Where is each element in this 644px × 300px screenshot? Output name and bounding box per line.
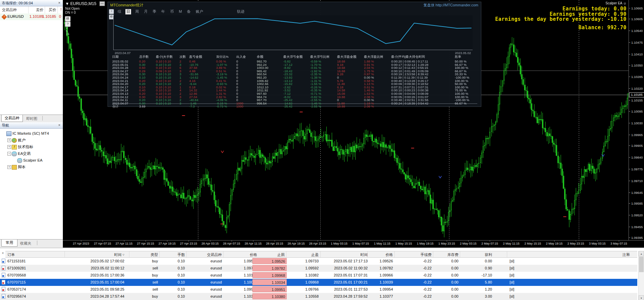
time-tick-label: 1 May 23:15 bbox=[438, 242, 455, 245]
order-row-670295674[interactable]: 6702956742023.04.28 17:57:44buy0.10eurus… bbox=[0, 293, 637, 300]
navigator-titlebar[interactable]: 导航 × bbox=[0, 122, 63, 129]
orders-header-type[interactable]: 类型 bbox=[132, 252, 158, 257]
time-tick-mark bbox=[382, 241, 383, 242]
tree-item-label: Scalper EA bbox=[23, 157, 43, 163]
market-watch-titlebar[interactable]: 市场报价: 09:06:04 × bbox=[0, 0, 63, 6]
order-row-670537174[interactable]: 6705371742023.05.01 09:58:25sell0.10euru… bbox=[0, 286, 637, 293]
orders-header-swap[interactable]: 库存费 bbox=[436, 252, 458, 257]
tree-item-账户[interactable]: +账户 bbox=[0, 137, 63, 143]
orders-header-close_time[interactable]: 时间 bbox=[323, 252, 368, 257]
time-axis[interactable]: 27 Apr 202327 Apr 07:1527 Apr 11:1527 Ap… bbox=[63, 240, 644, 247]
tree-item-IC Markets (SC) MT4[interactable]: IC Markets (SC) MT4 bbox=[0, 130, 63, 136]
menu-item-年[interactable]: 年 bbox=[160, 9, 166, 14]
order-profit: 0.00 bbox=[462, 259, 492, 263]
orders-header-sl[interactable]: 止损 bbox=[254, 252, 285, 257]
stop-loss-cell: 1.10034 bbox=[252, 279, 287, 285]
menu-item-日[interactable]: 日 bbox=[125, 9, 131, 14]
menu-item-账户[interactable]: 账户 bbox=[195, 9, 204, 14]
navigator-tree: IC Markets (SC) MT4+账户+f技术指标−EA交易Scalper… bbox=[0, 129, 63, 239]
chart-status-line2: DN = 0 bbox=[65, 11, 76, 14]
tree-item-技术指标[interactable]: +f技术指标 bbox=[0, 144, 63, 150]
menu-item-季[interactable]: 季 bbox=[152, 9, 157, 14]
menu-item-轨迹[interactable]: 轨迹 bbox=[236, 9, 245, 14]
order-profit: -17.10 bbox=[462, 273, 492, 277]
orders-header-lots[interactable]: 手数 bbox=[162, 252, 185, 257]
symbol-down-icon bbox=[2, 14, 7, 20]
order-doc-icon bbox=[2, 294, 5, 299]
orders-header-id[interactable]: 订单 bbox=[7, 252, 65, 257]
collapse-icon[interactable]: − bbox=[7, 152, 11, 156]
menu-item-周[interactable]: 周 bbox=[134, 9, 140, 14]
scrollbar-thumb[interactable] bbox=[639, 257, 644, 272]
tab-symbols[interactable]: 交易品种 bbox=[1, 115, 23, 122]
time-tick-label: 2 May 19:15 bbox=[546, 242, 563, 245]
orders-header-tp[interactable]: 止盈 bbox=[289, 252, 319, 257]
mtcommander-menu: 综日周月季年币M备账户轨迹 bbox=[117, 9, 245, 14]
tree-item-脚本[interactable]: +脚本 bbox=[0, 164, 63, 170]
chart-side-button-help[interactable]: ? bbox=[65, 22, 71, 27]
order-doc-icon bbox=[2, 259, 5, 263]
orders-header-symbol[interactable]: 交易品种 bbox=[189, 252, 222, 257]
mt4-window: 1.106651.106051.105401.104751.104101.103… bbox=[0, 0, 644, 300]
ea-name-label: Scalper EA ☺ bbox=[495, 1, 627, 5]
order-row-670707115[interactable]: 6707071152023.05.01 17:00:04sell0.10euru… bbox=[0, 279, 637, 286]
ea-comment-block: Scalper EA ☺ Earnings today: 0.00 Earnin… bbox=[495, 1, 627, 30]
chart-minimize-button[interactable]: — bbox=[99, 1, 105, 6]
expand-icon[interactable]: + bbox=[7, 145, 11, 149]
stats-header-cell: 盈亏金额 bbox=[189, 55, 202, 58]
mtcommander-link[interactable]: 复盘侠 http://MTCommander.com bbox=[424, 3, 478, 8]
orders-header-open_price[interactable]: 价格 bbox=[226, 252, 257, 257]
orders-scrollbar[interactable]: ▲ ▼ bbox=[638, 251, 644, 300]
order-doc-icon bbox=[2, 273, 5, 277]
scroll-up-icon[interactable]: ▲ bbox=[639, 251, 644, 256]
order-close_time: 2023.05.01 17:00:21 bbox=[323, 280, 368, 284]
price-tick-mark bbox=[629, 31, 630, 31]
menu-item-月[interactable]: 月 bbox=[143, 9, 149, 14]
time-tick-mark bbox=[447, 241, 447, 242]
stats-header-cell: 百分比% bbox=[216, 55, 229, 58]
price-scale[interactable]: 1.106651.106051.105401.104751.104101.103… bbox=[629, 0, 644, 247]
order-comment: [sl] bbox=[510, 280, 577, 284]
quote-row-eurusd[interactable]: EURUSD 1.10185 1.10185 0 bbox=[0, 13, 63, 20]
time-tick-mark bbox=[296, 241, 296, 242]
orders-header-commission[interactable]: 手续费 bbox=[397, 252, 432, 257]
stats-header-cell: 日期 bbox=[112, 55, 119, 58]
time-tick-label: 27 Apr 23:15 bbox=[180, 242, 197, 245]
orders-header-comment[interactable]: 注释 bbox=[566, 252, 630, 257]
price-tick-mark bbox=[629, 88, 630, 89]
orders-close-icon[interactable]: × bbox=[1, 251, 5, 255]
menu-item-币[interactable]: 币 bbox=[169, 9, 175, 14]
order-row-671009281[interactable]: 6710092812023.05.02 11:00:12sell0.10euru… bbox=[0, 265, 637, 272]
menu-item-M[interactable]: M bbox=[178, 9, 183, 14]
chart-side-button-move[interactable]: 移 bbox=[65, 16, 71, 22]
tree-item-EA交易[interactable]: −EA交易 bbox=[0, 151, 63, 157]
order-row-671153181[interactable]: 6711531812023.05.02 17:00:02buy0.10eurus… bbox=[0, 258, 637, 265]
mtcommander-titlebar[interactable]: MTCommander统计 复盘侠 http://MTCommander.com bbox=[108, 2, 481, 8]
tab-tick-chart[interactable]: 即时图 bbox=[26, 116, 37, 121]
chart-dropdown-icon[interactable]: ▼ bbox=[65, 1, 69, 6]
tab-common[interactable]: 常用 bbox=[1, 240, 17, 247]
order-swap: 0.00 bbox=[436, 273, 458, 277]
menu-item-综[interactable]: 综 bbox=[117, 9, 122, 14]
order-open_time: 2023.05.02 11:00:12 bbox=[67, 266, 124, 270]
price-tick-mark bbox=[629, 111, 630, 112]
order-row-670709568[interactable]: 6707095682023.05.01 17:00:36buy0.10eurus… bbox=[0, 272, 637, 279]
price-tick-mark bbox=[629, 157, 630, 158]
mtcommander-panel: MTCommander统计 复盘侠 http://MTCommander.com… bbox=[108, 2, 481, 107]
orders-header-close_price[interactable]: 价格 bbox=[370, 252, 393, 257]
expand-icon[interactable]: + bbox=[7, 138, 11, 142]
orders-header-open_time[interactable]: 时间 ▿ bbox=[67, 252, 124, 257]
order-close_time: 2023.04.28 17:59:52 bbox=[323, 294, 368, 298]
market-watch-close-icon[interactable]: × bbox=[57, 1, 62, 5]
navigator-close-icon[interactable]: × bbox=[57, 123, 62, 127]
menu-item-备[interactable]: 备 bbox=[186, 9, 192, 14]
scroll-down-icon[interactable]: ▼ bbox=[639, 295, 644, 300]
tab-favorites[interactable]: 收藏夹 bbox=[20, 241, 31, 246]
order-id: 671009281 bbox=[7, 266, 65, 270]
tree-item-Scalper EA[interactable]: Scalper EA bbox=[0, 157, 63, 163]
orders-header-profit[interactable]: 获利 bbox=[462, 252, 492, 257]
price-tick-mark bbox=[629, 135, 630, 135]
expand-icon[interactable]: + bbox=[7, 165, 11, 169]
panel-side-button-help[interactable]: ? bbox=[109, 9, 114, 14]
stats-cell: 66.67 % bbox=[455, 102, 467, 105]
